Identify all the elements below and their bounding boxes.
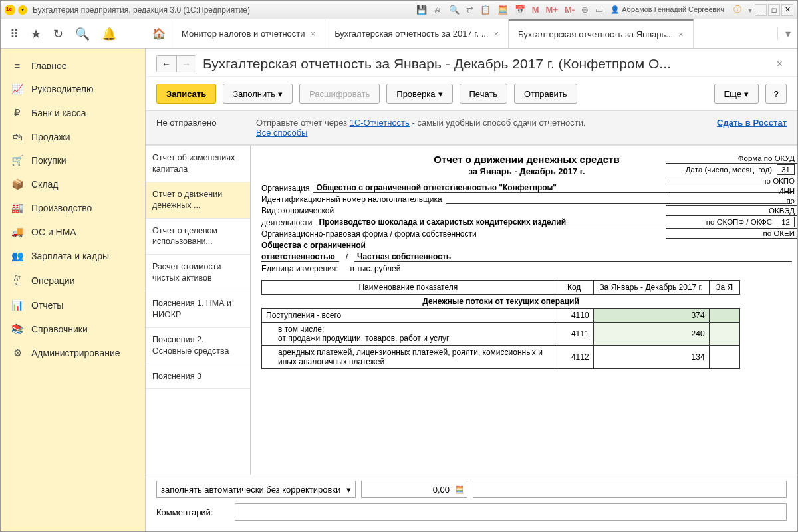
- sidebar-item[interactable]: 🛒Покупки: [1, 148, 145, 172]
- minimize-button[interactable]: —: [755, 4, 767, 16]
- save-button[interactable]: Записать: [156, 84, 216, 104]
- report-nav-item[interactable]: Пояснения 2. Основные средства: [146, 328, 250, 364]
- sidebar-item[interactable]: 🚚ОС и НМА: [1, 220, 145, 244]
- report-codes: Форма по ОКУД Дата (число, месяц, год) 3…: [666, 154, 797, 239]
- sidebar-icon: 🛒: [11, 154, 23, 166]
- send-status: Не отправлено: [156, 118, 243, 128]
- panel-icon[interactable]: ▭: [593, 5, 605, 15]
- sidebar-label: Склад: [31, 179, 59, 190]
- extra-field[interactable]: [473, 481, 787, 498]
- star-icon[interactable]: ★: [31, 27, 41, 41]
- sidebar-icon: 📚: [11, 323, 23, 335]
- sidebar-item[interactable]: 📚Справочники: [1, 317, 145, 341]
- sidebar-item[interactable]: ≡Главное: [1, 54, 145, 77]
- sidebar-label: Руководителю: [31, 84, 93, 94]
- maximize-button[interactable]: □: [768, 4, 780, 16]
- chevron-down-icon: ▾: [346, 485, 351, 495]
- home-tab[interactable]: 🏠: [146, 19, 172, 48]
- report-nav-item[interactable]: Отчет о движении денежных ...: [146, 182, 250, 219]
- check-button[interactable]: Проверка ▾: [386, 84, 452, 104]
- sidebar-icon: 🛍: [11, 131, 23, 142]
- status-message: Отправьте отчет через 1С-Отчетность - са…: [256, 118, 704, 138]
- send-button[interactable]: Отправить: [514, 84, 577, 104]
- nav-forward-button[interactable]: →: [176, 55, 196, 72]
- calendar-icon[interactable]: 📅: [513, 5, 527, 15]
- sidebar-item[interactable]: 🛍Продажи: [1, 125, 145, 148]
- sidebar-item[interactable]: 🏭Производство: [1, 196, 145, 220]
- more-button[interactable]: Еще ▾: [714, 84, 759, 104]
- app-logo-icon: [5, 5, 15, 15]
- tab-report-2017[interactable]: Бухгалтерская отчетность за 2017 г. ...×: [325, 19, 509, 48]
- comment-label: Комментарий:: [156, 507, 229, 517]
- sidebar-item[interactable]: ₽Банк и касса: [1, 101, 145, 125]
- report-nav-item[interactable]: Отчет о целевом использовани...: [146, 219, 250, 255]
- report-nav-item[interactable]: Расчет стоимости чистых активов: [146, 255, 250, 291]
- report-area: Форма по ОКУД Дата (число, месяц, год) 3…: [251, 146, 797, 475]
- comment-field[interactable]: [235, 503, 787, 521]
- link-1c-report[interactable]: 1С-Отчетность: [350, 118, 410, 128]
- more-tabs-button[interactable]: ▾: [777, 27, 797, 40]
- sidebar-icon: 📦: [11, 178, 23, 190]
- sidebar-icon: ₽: [11, 107, 23, 119]
- print-button[interactable]: Печать: [460, 84, 508, 104]
- calc-icon[interactable]: 🧮: [495, 5, 510, 15]
- sidebar-item[interactable]: 👥Зарплата и кадры: [1, 244, 145, 268]
- sidebar-item[interactable]: Дт КтОперации: [1, 268, 145, 293]
- chevron-down-icon: ▾: [744, 89, 749, 99]
- chevron-down-icon: ▾: [278, 89, 283, 99]
- report-nav-item[interactable]: Пояснения 1. НМА и НИОКР: [146, 291, 250, 328]
- dropdown-icon[interactable]: ▾: [745, 5, 755, 15]
- sidebar-icon: 👥: [11, 250, 23, 262]
- tab-close-icon[interactable]: ×: [311, 29, 316, 39]
- sidebar: ≡Главное📈Руководителю₽Банк и касса🛍Прода…: [1, 49, 146, 531]
- page-close-icon[interactable]: ×: [773, 58, 787, 70]
- sidebar-item[interactable]: 📈Руководителю: [1, 77, 145, 101]
- sidebar-item[interactable]: 📊Отчеты: [1, 293, 145, 317]
- number-field[interactable]: 0,00🧮: [361, 481, 467, 498]
- table-row[interactable]: арендных платежей, лицензионных платежей…: [262, 346, 740, 369]
- report-nav-item[interactable]: Пояснения 3: [146, 364, 250, 390]
- m-plus-button[interactable]: M+: [544, 5, 560, 15]
- user-name[interactable]: 👤 Абрамов Геннадий Сергеевич: [610, 5, 724, 14]
- help-button[interactable]: ?: [765, 84, 787, 104]
- decode-button[interactable]: Расшифровать: [299, 84, 380, 104]
- sidebar-label: Банк и касса: [31, 108, 86, 118]
- apps-icon[interactable]: ⠿: [10, 27, 19, 41]
- app-menu-dropdown[interactable]: ▾: [18, 5, 27, 15]
- link-send-rosstat[interactable]: Сдать в Росстат: [717, 118, 787, 128]
- search-icon[interactable]: 🔍: [75, 27, 90, 41]
- close-button[interactable]: ✕: [781, 4, 793, 16]
- m-minus-button[interactable]: M-: [563, 5, 577, 15]
- print-icon[interactable]: 🖨: [432, 5, 444, 15]
- table-row[interactable]: в том числе:от продажи продукции, товаро…: [262, 323, 740, 346]
- fill-button[interactable]: Заполнить ▾: [223, 84, 293, 104]
- compare-icon[interactable]: ⇄: [464, 5, 475, 15]
- tab-monitor[interactable]: Монитор налогов и отчетности×: [172, 19, 325, 48]
- sidebar-item[interactable]: 📦Склад: [1, 172, 145, 196]
- bell-icon[interactable]: 🔔: [102, 27, 116, 41]
- report-nav-item[interactable]: Отчет об изменениях капитала: [146, 146, 250, 182]
- table-section: Денежные потоки от текущих операций: [262, 295, 740, 309]
- titlebar: ▾ Бухгалтерия предприятия, редакция 3.0 …: [1, 1, 797, 19]
- tab-close-icon[interactable]: ×: [678, 29, 684, 39]
- tab-report-jan[interactable]: Бухгалтерская отчетность за Январь...×: [509, 19, 694, 48]
- table-row[interactable]: Поступления - всего4110374: [262, 309, 740, 323]
- link-all-methods[interactable]: Все способы: [256, 128, 307, 138]
- copy-icon[interactable]: 📋: [478, 5, 493, 15]
- nav-back-button[interactable]: ←: [156, 55, 176, 72]
- info-icon[interactable]: ⓘ: [730, 4, 745, 15]
- tab-close-icon[interactable]: ×: [493, 29, 499, 39]
- toolbar: Записать Заполнить ▾ Расшифровать Провер…: [146, 77, 797, 110]
- history-icon[interactable]: ↻: [53, 27, 63, 41]
- col-name: Наименование показателя: [262, 281, 555, 295]
- sidebar-icon: Дт Кт: [11, 274, 23, 287]
- zoom-icon[interactable]: ⊕: [579, 5, 591, 15]
- sidebar-icon: 🚚: [11, 226, 23, 238]
- save-icon[interactable]: 💾: [414, 5, 429, 15]
- m-button[interactable]: M: [530, 5, 541, 15]
- sidebar-item[interactable]: ⚙Администрирование: [1, 341, 145, 365]
- report-table: Наименование показателя Код За Январь - …: [261, 280, 740, 369]
- fill-mode-select[interactable]: заполнять автоматически без корректировк…: [156, 481, 356, 498]
- calculator-icon[interactable]: 🧮: [455, 485, 464, 494]
- preview-icon[interactable]: 🔍: [447, 5, 462, 15]
